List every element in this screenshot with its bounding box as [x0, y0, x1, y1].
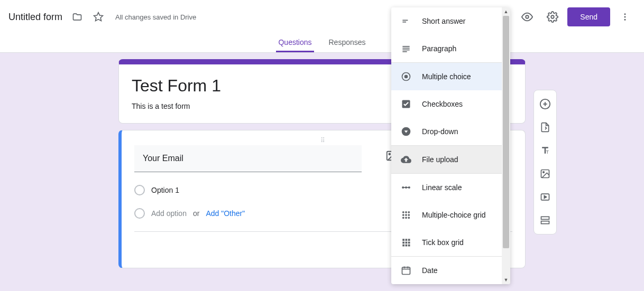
scroll-up-icon[interactable]: ▲ — [502, 7, 510, 16]
tab-responses[interactable]: Responses — [327, 34, 368, 52]
svg-rect-52 — [402, 267, 410, 274]
svg-rect-50 — [406, 245, 408, 247]
svg-point-7 — [389, 153, 390, 155]
date-icon — [400, 264, 412, 277]
svg-point-1 — [526, 15, 529, 18]
option-label[interactable]: Option 1 — [151, 186, 179, 194]
svg-rect-49 — [402, 245, 404, 247]
svg-rect-18 — [541, 221, 549, 224]
svg-point-3 — [624, 13, 626, 15]
svg-point-14 — [543, 172, 545, 173]
svg-rect-44 — [406, 239, 408, 241]
question-input[interactable] — [134, 145, 362, 172]
multiple-choice-icon — [400, 70, 412, 83]
dropdown-item-multiple-choice[interactable]: Multiple choice — [391, 63, 502, 90]
radio-icon — [134, 208, 145, 219]
dropdown-item-short-answer[interactable]: Short answer — [391, 7, 502, 35]
svg-point-39 — [408, 214, 410, 216]
svg-marker-16 — [544, 196, 546, 199]
short-answer-icon — [400, 15, 412, 27]
dropdown-icon — [400, 125, 412, 138]
save-status: All changes saved in Drive — [115, 13, 196, 21]
svg-text:T: T — [546, 149, 549, 155]
svg-rect-20 — [402, 22, 406, 23]
svg-rect-21 — [402, 46, 409, 47]
svg-rect-47 — [406, 242, 408, 244]
paragraph-icon — [400, 42, 412, 55]
dropdown-item-checkboxes[interactable]: Checkboxes — [391, 90, 502, 118]
svg-point-26 — [404, 75, 408, 79]
svg-point-41 — [405, 217, 407, 219]
add-title-icon[interactable]: T — [536, 141, 555, 160]
dropdown-item-linear-scale[interactable]: Linear scale — [391, 174, 502, 201]
more-icon[interactable] — [614, 6, 636, 27]
multiple-choice-grid-icon — [400, 209, 412, 221]
tick-box-grid-icon — [400, 236, 412, 249]
svg-rect-45 — [408, 239, 410, 241]
svg-rect-46 — [402, 242, 404, 244]
add-section-icon[interactable] — [536, 211, 555, 230]
svg-rect-33 — [403, 187, 409, 188]
svg-point-38 — [405, 214, 407, 216]
linear-scale-icon — [400, 181, 412, 194]
add-other-button[interactable]: Add "Other" — [206, 209, 245, 218]
svg-point-37 — [402, 214, 404, 216]
svg-point-4 — [624, 16, 626, 18]
svg-rect-19 — [402, 20, 408, 21]
dropdown-item-dropdown[interactable]: Drop-down — [391, 118, 502, 145]
svg-rect-22 — [402, 48, 409, 49]
dropdown-item-file-upload[interactable]: File upload — [391, 146, 502, 173]
dropdown-scrollbar[interactable]: ▲ ▼ — [502, 7, 510, 284]
svg-rect-24 — [402, 51, 407, 52]
scroll-down-icon[interactable]: ▼ — [502, 276, 510, 284]
dropdown-item-multiple-choice-grid[interactable]: Multiple-choice grid — [391, 201, 502, 229]
send-button[interactable]: Send — [567, 7, 610, 26]
svg-point-40 — [402, 217, 404, 219]
add-question-icon[interactable] — [536, 95, 555, 114]
star-icon[interactable] — [92, 11, 105, 23]
svg-point-34 — [402, 211, 404, 213]
doc-title[interactable]: Untitled form — [8, 12, 62, 23]
svg-point-42 — [408, 217, 410, 219]
svg-rect-48 — [408, 242, 410, 244]
svg-marker-0 — [94, 13, 103, 21]
file-upload-icon — [400, 153, 412, 166]
move-folder-icon[interactable] — [71, 11, 84, 23]
svg-rect-23 — [402, 50, 409, 51]
add-option-button[interactable]: Add option — [151, 209, 187, 218]
top-bar: Untitled form All changes saved in Drive… — [0, 0, 644, 34]
add-video-icon[interactable] — [536, 187, 555, 206]
scroll-thumb[interactable] — [503, 16, 509, 248]
side-toolbar: T — [533, 90, 557, 234]
question-type-dropdown: Short answer Paragraph Multiple choice C… — [391, 7, 510, 284]
svg-rect-51 — [408, 245, 410, 247]
add-image-tool-icon[interactable] — [536, 164, 555, 183]
svg-point-2 — [551, 15, 555, 18]
settings-icon[interactable] — [542, 6, 563, 27]
svg-rect-43 — [402, 239, 404, 241]
tabs: Questions Responses — [0, 34, 644, 53]
dropdown-item-tick-box-grid[interactable]: Tick box grid — [391, 229, 502, 256]
dropdown-item-date[interactable]: Date — [391, 257, 502, 284]
preview-icon[interactable] — [517, 6, 538, 27]
dropdown-item-paragraph[interactable]: Paragraph — [391, 35, 502, 62]
svg-rect-17 — [541, 217, 549, 219]
or-text: or — [193, 209, 199, 218]
svg-point-5 — [624, 19, 626, 21]
svg-point-35 — [405, 211, 407, 213]
checkboxes-icon — [400, 98, 412, 110]
svg-point-36 — [408, 211, 410, 213]
import-questions-icon[interactable] — [536, 118, 555, 137]
radio-icon — [134, 185, 145, 195]
top-actions: Send — [517, 6, 636, 27]
tab-questions[interactable]: Questions — [276, 34, 314, 52]
